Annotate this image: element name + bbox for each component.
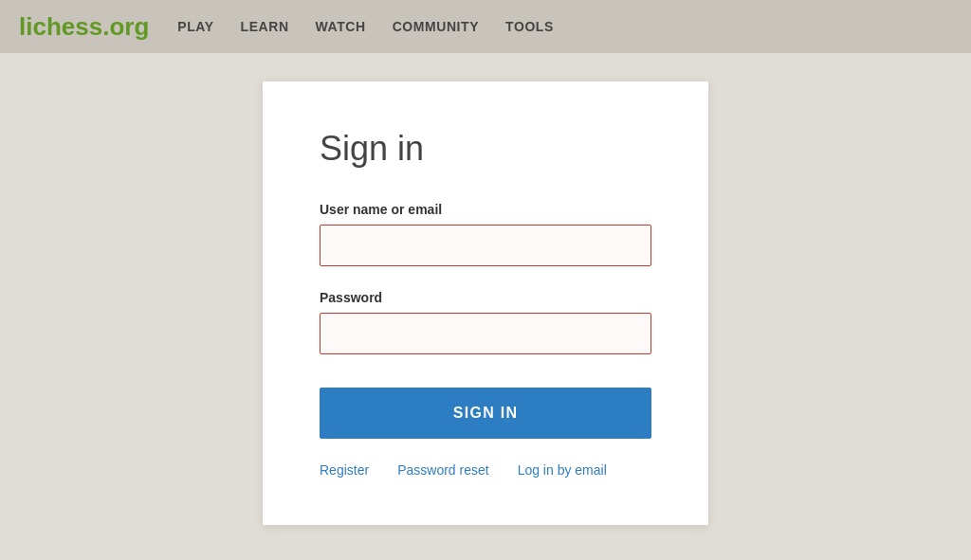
nav-link-watch[interactable]: WATCH [316,19,366,34]
register-link[interactable]: Register [320,462,369,478]
nav-links: PLAY LEARN WATCH COMMUNITY TOOLS [177,18,554,35]
nav-link-tools[interactable]: TOOLS [505,19,554,34]
password-reset-link[interactable]: Password reset [397,462,488,478]
nav-link-community[interactable]: COMMUNITY [393,19,479,34]
signin-card: Sign in User name or email Password SIGN… [263,81,708,525]
nav-item-community[interactable]: COMMUNITY [393,18,479,35]
nav-link-learn[interactable]: LEARN [241,19,289,34]
username-form-group: User name or email [320,202,651,266]
signin-title: Sign in [320,129,651,169]
nav-link-play[interactable]: PLAY [177,19,213,34]
username-label: User name or email [320,202,651,217]
signin-button[interactable]: SIGN IN [320,388,651,439]
navbar: lichess.org PLAY LEARN WATCH COMMUNITY T… [0,0,971,53]
nav-item-learn[interactable]: LEARN [241,18,289,35]
footer-links: Register Password reset Log in by email [320,462,651,478]
password-input[interactable] [320,313,651,354]
logo-lichess: lichess [19,12,102,41]
nav-item-watch[interactable]: WATCH [316,18,366,35]
main-content: Sign in User name or email Password SIGN… [0,53,971,560]
logo-tld: .org [102,12,149,41]
nav-item-play[interactable]: PLAY [177,18,213,35]
password-form-group: Password [320,290,651,354]
username-input[interactable] [320,225,651,266]
site-logo[interactable]: lichess.org [19,12,149,42]
password-label: Password [320,290,651,305]
login-by-email-link[interactable]: Log in by email [518,462,607,478]
nav-item-tools[interactable]: TOOLS [505,18,554,35]
